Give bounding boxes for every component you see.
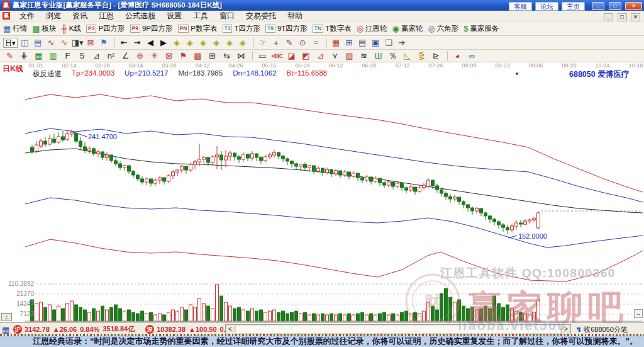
maximize-button[interactable]: □ — [609, 2, 621, 10]
send-icon[interactable]: ➔ — [396, 38, 408, 47]
compress-bars-icon[interactable]: ◈ — [197, 38, 209, 47]
n-square-icon[interactable]: n² — [104, 51, 118, 60]
market-grid-icon[interactable]: ▦ — [2, 325, 9, 334]
tick-chart-link[interactable]: ↯收688050分笔 — [576, 325, 628, 334]
circle-cross-icon[interactable]: ⊕ — [133, 51, 147, 60]
trend-wave-icon[interactable]: ∿ — [45, 38, 57, 47]
toolbar-button-9t-square[interactable]: T99T四方形 — [265, 24, 308, 33]
toolbar-button-hexagon[interactable]: ◎六角形 — [428, 24, 458, 33]
gann-grid-icon[interactable]: ⋕ — [18, 51, 31, 60]
fit-width-icon[interactable]: ◈ — [224, 38, 236, 47]
swap-arrows-icon[interactable]: ⇆ — [220, 51, 233, 60]
f-ruler-icon[interactable]: F — [61, 51, 74, 60]
toolbar-button-sectors[interactable]: ▩板块 — [32, 24, 56, 33]
star-burst-icon[interactable]: ✳ — [148, 51, 161, 60]
last-bar-icon[interactable]: ⇥ — [131, 38, 143, 47]
triangle-ruler-icon[interactable]: ⊿ — [90, 51, 103, 60]
toolbar-button-winner-wheel[interactable]: ◉赢家轮 — [392, 24, 423, 33]
minimize-button[interactable]: _ — [592, 2, 604, 10]
trend-wave2-icon[interactable]: ∿ — [58, 38, 70, 47]
menu-item-browse[interactable]: 浏览 — [40, 10, 67, 22]
period-day-button[interactable]: 日▾ — [3, 38, 18, 48]
menu-item-help[interactable]: 帮助 — [282, 10, 308, 22]
angle-tool-icon[interactable]: ∠ — [119, 51, 132, 60]
corner-box2-icon[interactable]: ◩ — [299, 51, 313, 60]
expand-volume-button[interactable]: △ — [1, 313, 12, 321]
hand-drag-icon[interactable]: ☞ — [257, 38, 269, 47]
calculator-icon[interactable]: ⊞ — [343, 38, 355, 47]
close-button[interactable]: ✕ — [625, 2, 642, 10]
corner-box-icon[interactable]: ◪ — [285, 51, 298, 60]
menu-item-trade[interactable]: 交易委托 — [240, 10, 282, 22]
hatch2-icon[interactable]: ▨ — [343, 51, 356, 60]
gold-triangle-icon[interactable]: ◺ — [401, 51, 414, 60]
fit-all-icon[interactable]: ◈ — [237, 38, 249, 47]
v-lines-icon[interactable]: ⋎ — [328, 51, 341, 60]
zoom-out-icon[interactable]: ◈ — [171, 38, 183, 47]
draw-pen-icon[interactable]: ✎ — [3, 51, 16, 60]
candle-style-button[interactable]: ◨▾ — [72, 38, 84, 47]
comb-lines-icon[interactable]: Ш — [372, 51, 385, 60]
mdi-minimize-button[interactable]: _ — [604, 13, 613, 21]
mdi-restore-button[interactable]: □ — [618, 13, 627, 21]
grid-plus-icon[interactable]: ⊞ — [206, 51, 219, 60]
menu-item-settings[interactable]: 设置 — [161, 10, 187, 22]
taiji-icon[interactable]: ◕ — [451, 51, 464, 60]
notepad-icon[interactable]: ▤ — [357, 38, 369, 47]
menu-item-window[interactable]: 窗口 — [214, 10, 240, 22]
toolbar-button-winner-service[interactable]: $赢家服务 — [464, 24, 499, 33]
toolbar-button-9p-square[interactable]: P99P四方形 — [130, 24, 173, 33]
prev-bar-icon[interactable]: ◀ — [145, 38, 157, 47]
tri-right-icon[interactable]: ⊵ — [430, 51, 443, 60]
bowtie-icon[interactable]: ⋈ — [235, 51, 248, 60]
kline-select-icon[interactable]: ⊠ — [85, 38, 97, 47]
fan-lines-icon[interactable]: ⋘ — [270, 51, 284, 60]
toolbar-button-kline[interactable]: ╫K线 — [62, 24, 81, 33]
zoom-in-icon[interactable]: ◈ — [184, 38, 196, 47]
quote-panel-icon[interactable]: ▤ — [32, 38, 44, 47]
red-flag-icon[interactable]: ⚑ — [177, 51, 190, 60]
play-flag-icon[interactable]: ⚑ — [98, 38, 110, 47]
green-grid2-icon[interactable]: ▥ — [47, 51, 60, 60]
toolbar-button-t-square[interactable]: T3T四方形 — [223, 24, 260, 33]
toolbar-divider — [253, 38, 254, 47]
save-icon[interactable]: ▣ — [370, 38, 382, 47]
toolbar-button-gann-wheel[interactable]: ◎江恩轮 — [357, 24, 387, 33]
five-line-icon[interactable]: 5 — [75, 51, 89, 60]
red-angle-icon[interactable]: ⊿ — [314, 51, 327, 60]
volume-scroll-button[interactable]: → — [634, 309, 643, 318]
candle-body — [445, 193, 448, 196]
infinity-icon[interactable]: ∞ — [465, 51, 479, 60]
rect-tool-icon[interactable]: ▭ — [256, 51, 269, 60]
mdi-close-button[interactable]: ✕ — [631, 13, 640, 21]
pen-measure-icon[interactable]: ✎ — [284, 38, 296, 47]
menu-item-gann[interactable]: 江恩 — [93, 10, 119, 22]
box-x-icon[interactable]: ⊠ — [162, 51, 175, 60]
gold-compare-icon[interactable]: ⋚ — [415, 51, 428, 60]
calendar-icon[interactable]: ▦ — [330, 38, 342, 47]
stamp-tool-icon[interactable]: ⊙ — [297, 38, 309, 47]
first-bar-icon[interactable]: ⇤ — [118, 38, 130, 47]
toolbar-button-p-number-table[interactable]: PNP数字表 — [178, 24, 218, 33]
crosshair-icon[interactable]: ＋ — [270, 37, 282, 48]
next-bar-icon[interactable]: ▶ — [158, 38, 170, 47]
toolbar-button-t-number-table[interactable]: TNT数字表 — [313, 24, 352, 33]
wave-tool-icon[interactable]: ≈ — [310, 38, 322, 47]
scroll-right-icon[interactable]: > — [561, 325, 570, 334]
menu-item-news[interactable]: 资讯 — [67, 10, 93, 22]
scroll-left-icon[interactable]: < — [226, 325, 235, 334]
scrollbar-thumb[interactable] — [235, 325, 561, 334]
menu-item-file[interactable]: 文件 — [14, 10, 40, 22]
toolbar-button-p-square[interactable]: P3P四方形 — [86, 24, 125, 33]
percent-icon[interactable]: ％ — [386, 50, 399, 62]
tile-windows-icon[interactable]: ◫ — [19, 38, 31, 47]
green-grid-icon[interactable]: ▦ — [32, 51, 45, 60]
printer-icon[interactable]: ❏ — [383, 38, 395, 47]
hatch-box-icon[interactable]: ▩ — [191, 51, 204, 60]
menu-item-formula-picker[interactable]: 公式选股 — [119, 10, 161, 22]
toolbar-button-quotes[interactable]: ▦行情 — [3, 24, 27, 33]
chart-scrollbar[interactable]: < > — [225, 324, 571, 334]
wave-lines-icon[interactable]: ≋ — [357, 51, 370, 60]
menu-item-tools[interactable]: 工具 — [187, 10, 214, 22]
expand-bars-icon[interactable]: ◈ — [211, 38, 223, 47]
